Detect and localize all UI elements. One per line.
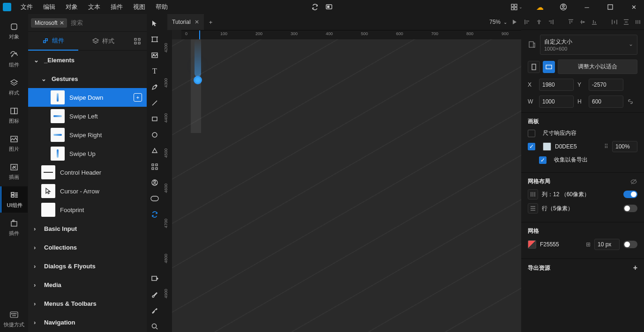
window-maximize[interactable] (600, 0, 621, 14)
iconbar-shortcuts[interactable]: 快捷方式 (0, 306, 28, 332)
node-dialogs-flyouts[interactable]: ›Dialogs & Flyouts (28, 257, 147, 275)
iconbar-components[interactable]: 组件 (0, 46, 28, 72)
grid-view-icon[interactable] (128, 37, 147, 45)
tab-styles[interactable]: 样式 (78, 32, 128, 51)
iconbar-icons[interactable]: 图标 (0, 102, 28, 128)
doc-tab-tutorial[interactable]: Tutorial✕ (167, 14, 204, 30)
y-input[interactable] (589, 79, 623, 91)
menu-plugin[interactable]: 插件 (106, 1, 127, 13)
tool-select-icon[interactable] (149, 18, 160, 29)
node-media[interactable]: ›Media (28, 275, 147, 294)
node-elements[interactable]: ⌄_Elements (28, 51, 147, 69)
iconbar-illustrations[interactable]: 插画 (0, 158, 28, 184)
grid-swatch[interactable] (528, 240, 536, 249)
node-navigation[interactable]: ›Navigation (28, 313, 147, 332)
tool-avatar-icon[interactable] (149, 177, 160, 188)
search-input[interactable] (67, 19, 147, 26)
swipe-gesture-object[interactable] (194, 76, 202, 84)
leaf-swipe-up[interactable]: Swipe Up (28, 144, 147, 163)
h-input[interactable] (589, 96, 623, 108)
leaf-footprint[interactable]: Footprint (28, 200, 147, 219)
zoom-value[interactable]: 75% (489, 19, 501, 25)
size-preset-select[interactable]: 自定义大小 1000×600 ⌄ (540, 35, 637, 55)
link-wh-icon[interactable] (627, 98, 634, 105)
fit-size-button[interactable]: 调整大小以适合 (558, 59, 637, 74)
account-icon[interactable] (553, 0, 574, 14)
leaf-swipe-down[interactable]: Swipe Down + (28, 88, 147, 107)
leaf-cursor-arrow[interactable]: Cursor - Arrow (28, 182, 147, 200)
leaf-swipe-left[interactable]: Swipe Left (28, 107, 147, 125)
align-center-v-icon[interactable] (578, 18, 587, 26)
grid-toggle[interactable] (623, 241, 637, 248)
w-input[interactable] (539, 96, 574, 108)
iconbar-styles[interactable]: 样式 (0, 74, 28, 100)
iconbar-plugins[interactable]: 插件 (0, 214, 28, 241)
tool-image-icon[interactable] (149, 50, 160, 61)
align-right-icon[interactable] (547, 18, 555, 26)
tool-line-icon[interactable] (149, 97, 160, 109)
add-export-icon[interactable]: + (633, 264, 637, 272)
tool-components-icon[interactable] (149, 161, 160, 172)
align-center-h-icon[interactable] (535, 18, 543, 26)
ruler-horizontal[interactable]: 0100200300400500600700800900 (181, 30, 521, 39)
grid-size-input[interactable] (594, 239, 620, 250)
tab-components[interactable]: 组件 (28, 32, 78, 51)
tool-artboard-icon[interactable] (149, 34, 160, 45)
align-top-icon[interactable] (567, 18, 575, 26)
apps-icon[interactable]: ⌄ (506, 0, 527, 14)
fill-swatch[interactable] (543, 142, 551, 151)
zoom-chevron-icon[interactable]: ⌄ (503, 20, 507, 25)
menu-view[interactable]: 视图 (128, 1, 150, 13)
visibility-off-icon[interactable] (630, 178, 637, 185)
cloud-icon[interactable]: ☁ (530, 0, 550, 14)
fill-hex-label[interactable]: D0DEE5 (555, 143, 600, 150)
menu-file[interactable]: 文件 (16, 1, 37, 13)
iconbar-objects[interactable]: 对象 (0, 18, 28, 44)
canvas-stage[interactable] (172, 39, 521, 332)
iconbar-images[interactable]: 图片 (0, 130, 28, 156)
iconbar-ui-components[interactable]: UI组件 (0, 186, 28, 213)
tool-rect-icon[interactable] (149, 113, 160, 125)
orient-portrait-icon[interactable] (528, 61, 540, 73)
tool-pen-icon[interactable] (149, 81, 160, 93)
node-basic-input[interactable]: ›Basic Input (28, 219, 147, 238)
tool-brush-icon[interactable] (149, 289, 160, 300)
menu-object[interactable]: 对象 (61, 1, 82, 13)
grid-hex-label[interactable]: F25555 (540, 241, 582, 248)
fill-checkbox[interactable]: ✓ (528, 143, 535, 150)
insert-icon[interactable]: + (134, 93, 142, 102)
blend-icon[interactable]: ⠿ (604, 143, 608, 150)
align-bottom-icon[interactable] (590, 18, 599, 26)
export-checkbox[interactable]: ✓ (539, 156, 547, 164)
leaf-swipe-right[interactable]: Swipe Right (28, 125, 147, 144)
menu-help[interactable]: 帮助 (151, 1, 172, 13)
tool-ellipse-icon[interactable] (149, 129, 160, 140)
tool-export-icon[interactable] (149, 273, 160, 284)
tool-sync-icon[interactable] (149, 209, 160, 220)
node-gestures[interactable]: ⌄Gestures (28, 69, 147, 88)
node-menus-toolbars[interactable]: ›Menus & Toolbars (28, 294, 147, 313)
tool-triangle-icon[interactable] (149, 145, 160, 156)
tool-text-icon[interactable]: T (149, 66, 160, 77)
presentation-icon[interactable] (325, 3, 333, 11)
tool-button-icon[interactable] (149, 193, 160, 204)
tool-eyedropper-icon[interactable] (149, 305, 160, 316)
tidy-icon[interactable] (634, 18, 642, 26)
distribute-v-icon[interactable] (622, 18, 630, 26)
responsive-checkbox[interactable] (528, 130, 535, 137)
window-close[interactable]: ✕ (623, 0, 644, 14)
search-chip[interactable]: Microsoft✕ (31, 18, 67, 28)
add-tab-icon[interactable]: + (204, 19, 218, 26)
cols-toggle[interactable] (623, 191, 637, 198)
columns-icon[interactable] (528, 189, 538, 199)
close-tab-icon[interactable]: ✕ (195, 19, 199, 25)
grid-pattern-icon[interactable]: ⊞ (586, 241, 591, 248)
sync-icon[interactable] (311, 3, 319, 11)
fill-opacity-input[interactable] (612, 141, 637, 152)
play-icon[interactable] (511, 19, 517, 25)
leaf-control-header[interactable]: Control Header (28, 163, 147, 182)
ruler-vertical[interactable]: 42004300440045004600470048004900 (163, 39, 172, 332)
node-collections[interactable]: ›Collections (28, 238, 147, 257)
distribute-h-icon[interactable] (610, 18, 619, 26)
orient-landscape-icon[interactable] (543, 61, 555, 73)
